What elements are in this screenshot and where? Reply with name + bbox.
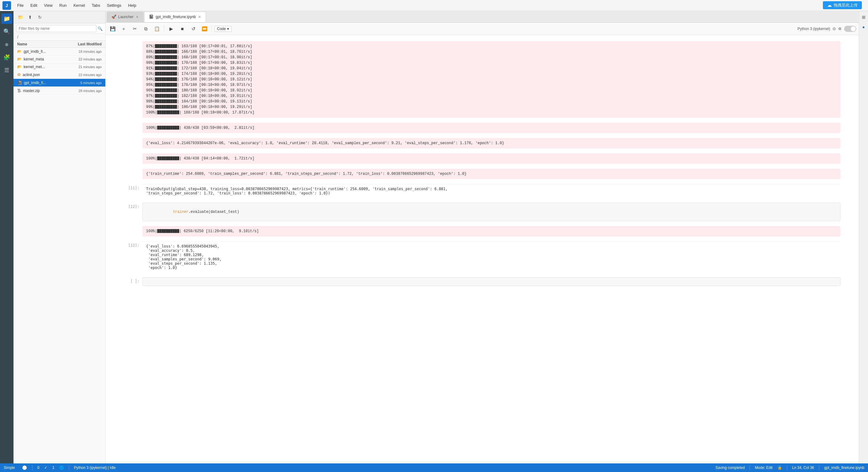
cell-result: {'eval_loss': 6.6968555045043945, 'eval_… — [143, 241, 840, 272]
search-box: 🔍 — [13, 24, 105, 34]
sidebar-icon-search[interactable]: 🔍 — [2, 26, 12, 37]
menu-edit[interactable]: Edit — [27, 2, 40, 9]
icon-sidebar: 📁 🔍 ⊕ 🧩 ☰ — [0, 11, 13, 472]
menu-file[interactable]: File — [14, 2, 27, 9]
status-right: Saving completed Mode: Edit 🔒 Ln 34, Col… — [715, 465, 864, 470]
cell-type-select[interactable]: Code ▾ — [214, 26, 232, 32]
sidebar-icon-menu[interactable]: ☰ — [2, 65, 12, 75]
code-text-2: .evaluate(dataset_test) — [188, 210, 239, 214]
col-name-header: Name — [17, 42, 62, 46]
copy-button[interactable]: ⧉ — [141, 25, 150, 33]
breadcrumb-root[interactable]: / — [17, 35, 18, 39]
status-number: 0 — [37, 466, 40, 470]
new-folder-button[interactable]: 📁 — [16, 13, 25, 22]
output-area: 100%|██████████| 6250/6250 [11:26<00:00,… — [143, 226, 840, 236]
toggle-switch[interactable] — [844, 26, 856, 32]
notebook-icon: 📓 — [17, 80, 22, 85]
cursor-position: Ln 34, Col 36 — [792, 466, 814, 470]
cell-number: [11]: — [124, 184, 140, 198]
upload-button[interactable]: ☁ 拖拽至此上传 — [823, 1, 862, 9]
cell-11: [11]: TrainOutput(global_step=438, train… — [124, 184, 840, 198]
toolbar-separator — [164, 26, 164, 32]
tab-notebook-close[interactable]: × — [198, 14, 202, 19]
tab-notebook[interactable]: 📓 gpt_imdb_finetune.ipynb × — [144, 12, 206, 22]
notebook-content[interactable]: 87%|██████████| 163/188 [00:17<00:01, 17… — [105, 35, 859, 472]
interrupt-button[interactable]: ■ — [178, 25, 187, 33]
tab-launcher[interactable]: 🚀 Launcher × — [107, 12, 144, 22]
code-area[interactable] — [143, 277, 840, 286]
cell-number — [124, 153, 140, 164]
add-cell-button[interactable]: + — [119, 25, 128, 33]
cell-number: [12]: — [124, 241, 140, 272]
file-name: aclinit.json — [23, 73, 62, 77]
paste-button[interactable]: 📋 — [152, 25, 161, 33]
cell-body: TrainOutput(global_step=438, training_lo… — [143, 184, 840, 198]
file-item[interactable]: 📂 kernel_met... 21 minutes ago — [13, 63, 105, 71]
kernel-idle-indicator — [833, 27, 836, 30]
sidebar-icon-extensions[interactable]: 🧩 — [2, 52, 12, 63]
menu-tabs[interactable]: Tabs — [89, 2, 103, 9]
cell-number — [124, 226, 140, 236]
toggle-knob — [22, 466, 27, 470]
sidebar-icon-git[interactable]: ⊕ — [2, 39, 12, 50]
file-item-selected[interactable]: 📓 gpt_imdb_fi... 5 minutes ago — [13, 79, 105, 87]
cell-body: trainer.evaluate(dataset_test) — [143, 203, 840, 221]
upload-icon: ☁ — [827, 2, 832, 8]
restart-button[interactable]: ↺ — [189, 25, 198, 33]
menu-items: File Edit View Run Kernel Tabs Settings … — [14, 2, 140, 9]
status-divider-2 — [69, 465, 69, 470]
run-button[interactable]: ▶ — [167, 25, 176, 33]
file-name: master.zip — [23, 89, 62, 93]
folder-icon: 📂 — [17, 65, 22, 69]
cell-output-eval: {'eval_loss': 4.214679393044207e-06, 'ev… — [124, 138, 840, 148]
notebook-toolbar: 💾 + ✂ ⧉ 📋 ▶ ■ ↺ ⏩ Code ▾ Python 3 (ipyke… — [105, 23, 859, 35]
menu-help[interactable]: Help — [125, 2, 140, 9]
simple-toggle[interactable] — [17, 465, 27, 470]
search-button[interactable]: 🔍 — [98, 26, 103, 31]
col-modified-header: Last Modified — [62, 42, 102, 46]
menu-kernel[interactable]: Kernel — [70, 2, 88, 9]
file-modified: 18 minutes ago — [62, 50, 102, 54]
file-item[interactable]: 📂 kernel_meta 22 minutes ago — [13, 56, 105, 63]
chevron-down-icon: ▾ — [227, 27, 229, 31]
cell-number — [124, 41, 140, 118]
file-item[interactable]: 📂 gpt_imdb_fi... 18 minutes ago — [13, 48, 105, 56]
status-divider — [32, 465, 33, 470]
cut-button[interactable]: ✂ — [130, 25, 140, 33]
file-modified: 28 minutes ago — [62, 89, 102, 93]
gear-icon[interactable]: ⚙ — [838, 27, 842, 31]
right-icon-circle[interactable]: ● — [860, 23, 867, 31]
save-button[interactable]: 💾 — [108, 25, 117, 33]
file-list: 📂 gpt_imdb_fi... 18 minutes ago 📂 kernel… — [13, 48, 105, 472]
menu-run[interactable]: Run — [56, 2, 70, 9]
edit-mode: Mode: Edit — [755, 466, 772, 470]
sidebar-icon-files[interactable]: 📁 — [2, 13, 12, 24]
upload-files-button[interactable]: ⬆ — [26, 13, 34, 22]
cell-body: 100%|██████████| 6250/6250 [11:26<00:00,… — [143, 226, 840, 236]
code-area[interactable]: trainer.evaluate(dataset_test) — [143, 203, 840, 221]
cell-empty: [ ]: — [124, 277, 840, 286]
cell-number — [124, 123, 140, 133]
menu-view[interactable]: View — [41, 2, 56, 9]
file-item[interactable]: ⚙ aclinit.json 22 minutes ago — [13, 71, 105, 79]
tab-notebook-label: gpt_imdb_finetune.ipynb — [156, 15, 196, 19]
json-icon: ⚙ — [17, 72, 21, 77]
cell-12-code: [12]: trainer.evaluate(dataset_test) — [124, 203, 840, 221]
tab-launcher-close[interactable]: × — [135, 14, 139, 19]
restart-run-all-button[interactable]: ⏩ — [200, 25, 209, 33]
file-name: kernel_met... — [24, 65, 62, 69]
output-area: {'train_runtime': 254.6009, 'train_sampl… — [143, 169, 840, 179]
folder-icon: 📂 — [17, 57, 22, 61]
launcher-tab-icon: 🚀 — [112, 14, 116, 19]
output-area: 87%|██████████| 163/188 [00:17<00:01, 17… — [143, 41, 840, 118]
right-icon-grid[interactable]: ⊞ — [860, 13, 867, 21]
code-text: trainer — [173, 210, 188, 214]
refresh-button[interactable]: ↻ — [36, 13, 44, 22]
search-input[interactable] — [16, 25, 96, 32]
cell-body: {'train_runtime': 254.6009, 'train_sampl… — [143, 169, 840, 179]
cell-output-progress: 87%|██████████| 163/188 [00:17<00:01, 17… — [124, 41, 840, 118]
output-area: 100%|██████████| 438/438 [04:14<00:00, 1… — [143, 153, 840, 164]
menu-settings[interactable]: Settings — [104, 2, 124, 9]
file-item[interactable]: 🗜 master.zip 28 minutes ago — [13, 87, 105, 95]
right-icon-panel: ⊞ ● — [859, 11, 868, 472]
